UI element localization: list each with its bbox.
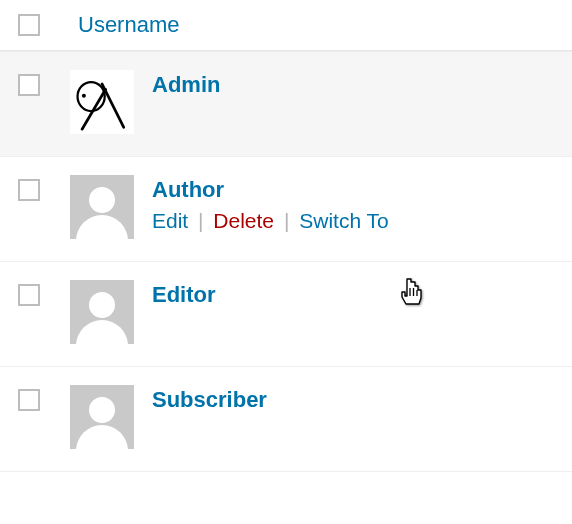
- user-row: Subscriber: [0, 367, 572, 472]
- username-link[interactable]: Editor: [152, 282, 216, 307]
- user-info: Editor: [152, 280, 216, 308]
- user-row: Admin: [0, 51, 572, 157]
- username-link[interactable]: Subscriber: [152, 387, 267, 412]
- row-checkbox[interactable]: [18, 389, 40, 411]
- user-info: Admin: [152, 70, 220, 98]
- user-row: Author Edit | Delete | Switch To: [0, 157, 572, 262]
- user-info: Subscriber: [152, 385, 267, 413]
- switch-to-link[interactable]: Switch To: [299, 209, 389, 232]
- separator: |: [194, 209, 207, 232]
- edit-link[interactable]: Edit: [152, 209, 188, 232]
- row-checkbox[interactable]: [18, 179, 40, 201]
- row-checkbox[interactable]: [18, 74, 40, 96]
- user-row: Editor: [0, 262, 572, 367]
- delete-link[interactable]: Delete: [213, 209, 274, 232]
- avatar: [70, 175, 134, 239]
- user-info: Author Edit | Delete | Switch To: [152, 175, 389, 233]
- avatar: [70, 280, 134, 344]
- avatar: [70, 385, 134, 449]
- row-checkbox[interactable]: [18, 284, 40, 306]
- column-username-header[interactable]: Username: [78, 12, 179, 38]
- select-all-checkbox[interactable]: [18, 14, 40, 36]
- username-link[interactable]: Author: [152, 177, 224, 202]
- username-link[interactable]: Admin: [152, 72, 220, 97]
- table-header: Username: [0, 0, 572, 51]
- separator: |: [280, 209, 293, 232]
- avatar: [70, 70, 134, 134]
- svg-point-1: [82, 94, 86, 98]
- row-actions: Edit | Delete | Switch To: [152, 209, 389, 233]
